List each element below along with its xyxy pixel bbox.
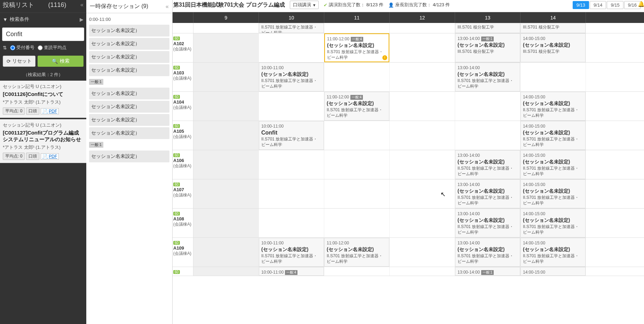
search-button[interactable]: 🔍 検索 <box>38 56 84 67</box>
timeline-cell[interactable] <box>324 209 390 237</box>
timeline-cell[interactable]: 14:00-15:00 (セッション名未設定) II.S701 放射線工学と加速… <box>520 92 586 121</box>
timeline-cell[interactable] <box>390 209 455 237</box>
timeline-cell[interactable] <box>390 121 455 150</box>
session-block[interactable]: 14:00-15:00 (セッション名未設定) II.S701 放射線工学と加速… <box>520 179 586 208</box>
session-block[interactable]: 11:00-12:00一般:4 (セッション名未設定) II.S701 放射線工… <box>324 33 389 62</box>
timeline-cell[interactable]: 14:00-15:00 <box>520 267 586 276</box>
session-block[interactable]: 13:00-14:00一般:1 <box>455 267 520 276</box>
timeline-cell[interactable] <box>193 63 259 91</box>
radio-receipt-number[interactable]: 受付番号 <box>10 44 34 51</box>
timeline-cell[interactable]: 14:00-15:00 (セッション名未設定) II.S701 放射線工学と加速… <box>520 121 586 150</box>
timeline-cell[interactable]: 10:00-11:00 Confit II.S701 放射線工学と加速器・ビーム… <box>259 121 324 150</box>
session-block[interactable]: 11:00-12:00 (セッション名未設定) II.S701 放射線工学と加速… <box>324 238 389 267</box>
timeline-cell[interactable] <box>193 92 259 121</box>
timeline-cell[interactable] <box>324 63 390 91</box>
temp-session-item[interactable]: セッション名未設定） <box>89 88 169 99</box>
timeline-cell[interactable]: III.S701 核分裂工学 <box>455 23 520 33</box>
timeline-cell[interactable] <box>259 179 324 208</box>
timeline-cell[interactable] <box>259 150 324 179</box>
timeline-cell[interactable] <box>390 179 455 208</box>
timeline-cell[interactable] <box>193 23 259 33</box>
timeline-cell[interactable]: 13:00-14:00 (セッション名未設定) II.S701 放射線工学と加速… <box>455 209 520 237</box>
temp-session-item[interactable]: セッション名未設定） <box>89 127 169 139</box>
session-block[interactable]: 13:00-14:00 (セッション名未設定) II.S701 放射線工学と加速… <box>455 238 520 267</box>
session-block[interactable]: 14:00-15:00 <box>520 267 586 276</box>
timeline-cell[interactable]: 14:00-15:00 (セッション名未設定) II.S701 放射線工学と加速… <box>520 150 586 179</box>
timeline-cell[interactable] <box>193 150 259 179</box>
timeline-cell[interactable] <box>193 179 259 208</box>
radio-review-average[interactable]: 査読平均点 <box>38 44 66 51</box>
timeline-cell[interactable]: 13:00-14:00 (セッション名未設定) II.S701 放射線工学と加速… <box>455 238 520 267</box>
timeline-cell[interactable] <box>390 267 455 276</box>
timeline-cell[interactable] <box>520 63 586 91</box>
session-block[interactable]: 14:00-15:00 (セッション名未設定) II.S701 放射線工学と加速… <box>520 238 586 267</box>
timeline-cell[interactable] <box>193 121 259 150</box>
timeline-cell[interactable]: 11:00-12:00一般:4 (セッション名未設定) II.S701 放射線工… <box>324 33 390 62</box>
timeline-cell[interactable]: 14:00-15:00 (セッション名未設定) II.S701 放射線工学と加速… <box>520 238 586 267</box>
timeline-cell[interactable] <box>324 150 390 179</box>
timeline-cell[interactable] <box>193 267 259 276</box>
session-block[interactable]: III.S701 核分裂工学 <box>520 23 586 33</box>
collapse-mid-icon[interactable]: « <box>166 3 169 10</box>
sort-icon[interactable]: ⇅ <box>3 45 7 50</box>
timeline-cell[interactable] <box>390 33 455 62</box>
timeline-cell[interactable] <box>324 121 390 150</box>
notification-bell-icon[interactable]: 🔔 <box>638 1 644 7</box>
timeline-cell[interactable] <box>390 63 455 91</box>
timeline-cell[interactable] <box>193 209 259 237</box>
timeline-cell[interactable]: 13:00-14:00 (セッション名未設定) II.S701 放射線工学と加速… <box>455 150 520 179</box>
timeline-cell[interactable] <box>455 121 520 150</box>
session-block[interactable]: 13:00-14:00 (セッション名未設定) II.S701 放射線工学と加速… <box>455 150 520 179</box>
timeline-cell[interactable] <box>324 23 390 33</box>
session-block[interactable]: 10:00-11:00 (セッション名未設定) II.S701 放射線工学と加速… <box>259 63 324 91</box>
collapse-left-icon[interactable]: « <box>80 2 84 8</box>
timeline-cell[interactable] <box>390 92 455 121</box>
timeline-cell[interactable]: 14:00-15:00 (セッション名未設定) II.S701 放射線工学と加速… <box>520 209 586 237</box>
session-block[interactable]: 13:00-14:00 (セッション名未設定) II.S701 放射線工学と加速… <box>455 63 520 91</box>
temp-session-item[interactable]: セッション名未設定） <box>89 25 169 37</box>
timeline-cell[interactable]: 10:00-11:00 (セッション名未設定) II.S701 放射線工学と加速… <box>259 63 324 91</box>
timeline-cell[interactable]: 13:00-14:00一般:1 <box>455 267 520 276</box>
timeline-cell[interactable]: III.S701 核分裂工学 <box>520 23 586 33</box>
session-block[interactable]: 13:00-14:00 (セッション名未設定) II.S701 放射線工学と加速… <box>455 179 520 208</box>
timeline-cell[interactable] <box>259 92 324 121</box>
timeline-cell[interactable] <box>455 92 520 121</box>
temp-session-item[interactable]: セッション名未設定） <box>89 114 169 126</box>
temp-session-item[interactable]: セッション名未設定） <box>89 38 169 50</box>
timeline-cell[interactable]: 10:00-11:00一般:4 <box>259 267 324 276</box>
temp-session-item[interactable]: セッション名未設定） <box>89 151 169 162</box>
session-block[interactable]: 13:00-14:00 (セッション名未設定) II.S701 放射線工学と加速… <box>455 209 520 237</box>
pdf-link[interactable]: 📄PDF <box>41 153 59 160</box>
presentation-mode-select[interactable]: 口頭講演 ▾ <box>290 1 319 9</box>
session-block[interactable]: 13:00-14:00一般:1 (セッション名未設定) III.S701 核分裂… <box>455 33 520 62</box>
session-block[interactable]: III.S701 核分裂工学 <box>455 23 520 33</box>
session-block[interactable]: 14:00-15:00 (セッション名未設定) II.S701 放射線工学と加速… <box>520 150 586 179</box>
timeline-cell[interactable]: 13:00-14:00 (セッション名未設定) II.S701 放射線工学と加速… <box>455 179 520 208</box>
timeline-cell[interactable] <box>193 33 259 62</box>
timeline-cell[interactable] <box>324 179 390 208</box>
pdf-link[interactable]: 📄PDF <box>41 108 59 114</box>
reset-button[interactable]: ⟳ リセット <box>3 56 35 67</box>
timeline-cell[interactable]: II.S701 放射線工学と加速器・ビーム科学 <box>259 23 324 33</box>
submission-card[interactable]: セッション記号 U (ユニオン) [C001126]Confitについて *アト… <box>0 81 86 118</box>
session-block[interactable]: 14:00-15:00 (セッション名未設定) III.S701 核分裂工学 <box>520 33 586 62</box>
session-block[interactable]: 14:00-15:00 (セッション名未設定) II.S701 放射線工学と加速… <box>520 92 586 121</box>
timeline-cell[interactable]: 11:00-12:00一般:4 (セッション名未設定) II.S701 放射線工… <box>324 92 390 121</box>
submission-card[interactable]: セッション記号 U (ユニオン) [C001127]Confitプログラム編成シ… <box>0 119 86 163</box>
timeline-cell[interactable]: 13:00-14:00 (セッション名未設定) II.S701 放射線工学と加速… <box>455 63 520 91</box>
timeline-cell[interactable] <box>259 209 324 237</box>
timeline-cell[interactable]: 14:00-15:00 (セッション名未設定) III.S701 核分裂工学 <box>520 33 586 62</box>
timeline-cell[interactable] <box>390 23 455 33</box>
temp-session-item[interactable]: セッション名未設定） <box>89 51 169 63</box>
timeline-cell[interactable]: 13:00-14:00一般:1 (セッション名未設定) III.S701 核分裂… <box>455 33 520 62</box>
date-tab[interactable]: 9/13 <box>573 1 589 9</box>
session-block[interactable]: 10:00-11:00 Confit II.S701 放射線工学と加速器・ビーム… <box>259 121 324 150</box>
timeline-cell[interactable] <box>193 238 259 267</box>
timeline-cell[interactable] <box>324 267 390 276</box>
session-block[interactable]: 14:00-15:00 (セッション名未設定) II.S701 放射線工学と加速… <box>520 209 586 237</box>
temp-session-item[interactable]: セッション名未設定） <box>89 101 169 113</box>
timeline-cell[interactable]: 14:00-15:00 (セッション名未設定) II.S701 放射線工学と加速… <box>520 179 586 208</box>
timeline-cell[interactable] <box>390 150 455 179</box>
session-block[interactable]: 14:00-15:00 (セッション名未設定) II.S701 放射線工学と加速… <box>520 121 586 150</box>
session-block[interactable]: 11:00-12:00一般:4 (セッション名未設定) II.S701 放射線工… <box>324 92 389 121</box>
